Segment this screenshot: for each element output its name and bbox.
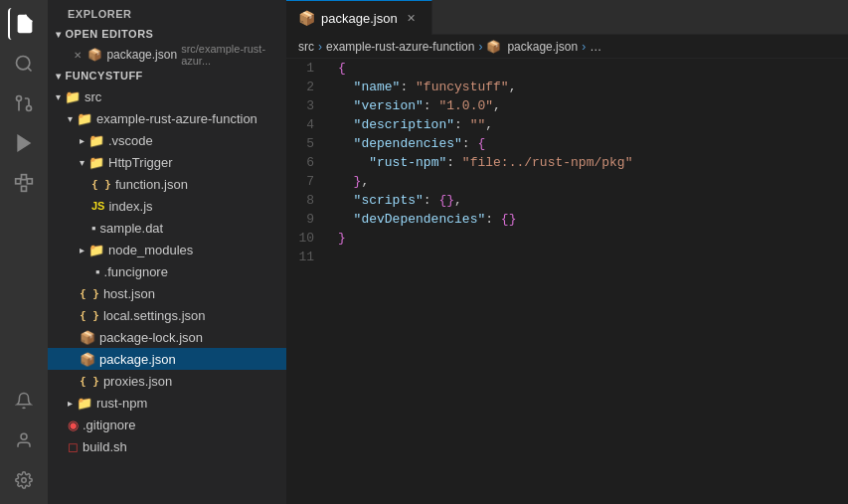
- code-line-2: "name": "funcystuff",: [338, 78, 836, 96]
- folder-rust-npm[interactable]: ▸ 📁 rust-npm: [48, 392, 286, 414]
- breadcrumb: src › example-rust-azure-function › 📦 pa…: [286, 35, 848, 59]
- line-numbers: 1 2 3 4 5 6 7 8 9 10 11: [286, 59, 326, 504]
- function-json-icon: { }: [91, 178, 111, 191]
- breadcrumb-sep-3: ›: [582, 40, 586, 54]
- close-editor-btn[interactable]: ✕: [72, 50, 84, 61]
- folder-vscode-icon: 📁: [88, 133, 104, 148]
- folder-src-label: src: [85, 89, 101, 104]
- funcystuff-label: FUNCYSTUFF: [66, 70, 143, 82]
- code-line-7: },: [338, 172, 836, 191]
- extensions-icon[interactable]: [8, 167, 40, 199]
- folder-node-modules-chevron: ▸: [80, 245, 85, 255]
- breadcrumb-function[interactable]: example-rust-azure-function: [326, 40, 474, 54]
- files-icon[interactable]: [8, 8, 40, 40]
- bell-icon[interactable]: [8, 385, 40, 417]
- file-sample-dat-label: sample.dat: [100, 221, 164, 236]
- funcystuff-section[interactable]: ▾ FUNCYSTUFF: [48, 66, 286, 85]
- source-control-icon[interactable]: [8, 87, 40, 119]
- settings-icon[interactable]: [8, 464, 40, 496]
- accounts-icon[interactable]: [8, 424, 40, 456]
- folder-httptrigger-label: HttpTrigger: [108, 155, 173, 170]
- svg-point-2: [27, 106, 32, 111]
- folder-httptrigger-icon: 📁: [88, 155, 104, 170]
- svg-marker-5: [18, 136, 30, 151]
- tab-label: package.json: [321, 11, 398, 26]
- code-editor[interactable]: 1 2 3 4 5 6 7 8 9 10 11 { "name": "funcy…: [286, 59, 848, 504]
- code-content: { "name": "funcystuff", "version": "1.0.…: [326, 59, 848, 504]
- folder-src-chevron: ▾: [56, 91, 61, 102]
- file-build-sh[interactable]: ◻ build.sh: [48, 435, 286, 457]
- gitignore-icon: ◉: [68, 418, 79, 432]
- folder-vscode[interactable]: ▸ 📁 .vscode: [48, 129, 286, 151]
- code-line-5: "dependencies": {: [338, 134, 836, 153]
- file-gitignore[interactable]: ◉ .gitignore: [48, 414, 286, 435]
- file-index-js[interactable]: JS index.js: [48, 195, 286, 217]
- open-editors-chevron: ▾: [56, 29, 62, 40]
- folder-rust-npm-icon: 📁: [77, 396, 92, 411]
- breadcrumb-ellipsis[interactable]: …: [590, 40, 601, 54]
- activity-bar: [0, 0, 48, 504]
- svg-rect-9: [22, 186, 27, 191]
- local-settings-icon: { }: [80, 309, 99, 322]
- code-line-10: }: [338, 229, 836, 248]
- file-host-json[interactable]: { } host.json: [48, 282, 286, 304]
- file-function-json-label: function.json: [115, 177, 188, 192]
- folder-rust-npm-chevron: ▸: [68, 398, 73, 409]
- code-line-8: "scripts": {},: [338, 191, 836, 210]
- file-sample-dat[interactable]: ▪ sample.dat: [48, 217, 286, 239]
- file-host-json-label: host.json: [103, 286, 155, 301]
- funcystuff-chevron: ▾: [56, 71, 62, 82]
- folder-httptrigger-chevron: ▾: [80, 157, 85, 168]
- folder-rust-npm-label: rust-npm: [96, 396, 147, 411]
- folder-src-icon: 📁: [65, 89, 81, 104]
- tab-bar: 📦 package.json ✕: [286, 0, 848, 35]
- file-funcignore[interactable]: ▪ .funcignore: [48, 260, 286, 282]
- file-index-js-label: index.js: [108, 199, 152, 214]
- code-line-4: "description": "",: [338, 115, 836, 134]
- search-icon[interactable]: [8, 48, 40, 80]
- package-json-icon: 📦: [87, 48, 102, 62]
- run-debug-icon[interactable]: [8, 127, 40, 159]
- svg-point-3: [17, 96, 22, 101]
- breadcrumb-pkg-icon: 📦: [486, 40, 501, 54]
- folder-example-rust-label: example-rust-azure-function: [96, 111, 257, 126]
- tab-package-json[interactable]: 📦 package.json ✕: [286, 0, 432, 35]
- file-proxies-json-label: proxies.json: [103, 374, 172, 389]
- folder-src[interactable]: ▾ 📁 src: [48, 85, 286, 107]
- editor-area: 📦 package.json ✕ src › example-rust-azur…: [286, 0, 848, 504]
- folder-httptrigger[interactable]: ▾ 📁 HttpTrigger: [48, 151, 286, 173]
- file-function-json[interactable]: { } function.json: [48, 173, 286, 195]
- sample-dat-icon: ▪: [91, 221, 96, 236]
- code-line-6: "rust-npm": "file:../rust-npm/pkg": [338, 153, 836, 172]
- host-json-icon: { }: [80, 287, 99, 300]
- breadcrumb-package-json[interactable]: package.json: [507, 40, 578, 54]
- proxies-json-icon: { }: [80, 375, 99, 388]
- folder-example-rust-chevron: ▾: [68, 113, 73, 124]
- open-editor-package-json[interactable]: ✕ 📦 package.json src/example-rust-azur..…: [48, 44, 286, 66]
- index-js-icon: JS: [91, 200, 104, 212]
- code-line-1: {: [338, 59, 836, 78]
- folder-node-modules-label: node_modules: [108, 243, 193, 257]
- folder-vscode-label: .vscode: [108, 133, 153, 148]
- svg-rect-8: [22, 175, 27, 180]
- file-local-settings-json[interactable]: { } local.settings.json: [48, 304, 286, 326]
- tab-close-btn[interactable]: ✕: [404, 12, 420, 25]
- activity-bar-bottom: [8, 385, 40, 504]
- open-editors-section[interactable]: ▾ OPEN EDITORS: [48, 24, 286, 44]
- file-proxies-json[interactable]: { } proxies.json: [48, 370, 286, 392]
- file-package-lock-json[interactable]: 📦 package-lock.json: [48, 326, 286, 348]
- svg-point-11: [22, 478, 27, 483]
- folder-example-rust-icon: 📁: [77, 111, 92, 126]
- funcignore-icon: ▪: [95, 264, 100, 279]
- open-editors-label: OPEN EDITORS: [66, 28, 154, 40]
- folder-node-modules[interactable]: ▸ 📁 node_modules: [48, 239, 286, 260]
- svg-point-0: [17, 57, 30, 70]
- breadcrumb-src[interactable]: src: [298, 40, 314, 54]
- svg-point-10: [21, 433, 27, 439]
- file-package-json[interactable]: 📦 package.json: [48, 348, 286, 370]
- folder-example-rust[interactable]: ▾ 📁 example-rust-azure-function: [48, 107, 286, 129]
- svg-line-1: [28, 68, 32, 72]
- svg-rect-7: [27, 179, 32, 184]
- svg-rect-6: [16, 179, 21, 184]
- explorer-header: EXPLORER: [48, 0, 286, 24]
